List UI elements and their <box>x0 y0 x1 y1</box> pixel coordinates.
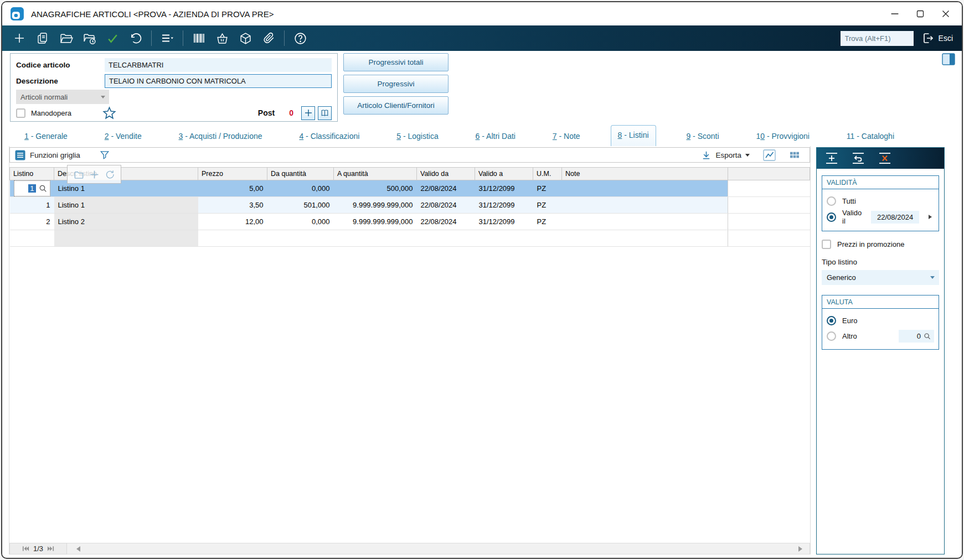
grid-view-icon[interactable] <box>789 151 800 159</box>
col-um[interactable]: U.M. <box>533 168 562 180</box>
manodopera-checkbox[interactable] <box>16 108 25 118</box>
delete-row-button[interactable] <box>873 150 897 167</box>
grid-functions-label[interactable]: Funzioni griglia <box>30 151 80 159</box>
listino-cell[interactable]: 1 <box>10 197 54 214</box>
open-button[interactable] <box>54 28 78 48</box>
scroll-left-icon[interactable] <box>74 546 80 552</box>
valuta-altro-option[interactable]: Altro 0 <box>827 328 934 344</box>
post-add-button[interactable] <box>301 106 315 120</box>
refresh-icon[interactable] <box>105 169 115 179</box>
prezzo-cell[interactable]: 3,50 <box>198 197 267 214</box>
descr-cell[interactable]: Listino 1 <box>54 197 198 214</box>
tab-vendite[interactable]: 2 - Vendite <box>98 127 148 146</box>
first-record-icon[interactable] <box>22 545 29 552</box>
col-prezzo[interactable]: Prezzo <box>198 168 267 180</box>
export-button[interactable]: Esporta <box>701 150 750 160</box>
progressivi-totali-button[interactable]: Progressivi totali <box>343 53 449 71</box>
search-input[interactable] <box>841 31 914 46</box>
insert-row-button[interactable] <box>819 150 844 167</box>
open-recent-button[interactable] <box>78 28 101 48</box>
da-quantita-cell[interactable]: 501,000 <box>267 197 334 214</box>
menu-button[interactable] <box>156 28 179 48</box>
note-cell[interactable] <box>562 197 728 214</box>
radio-valido-il[interactable] <box>827 212 836 222</box>
codice-articolo-field[interactable] <box>105 58 332 72</box>
tab-acquisti-produzione[interactable]: 3 - Acquisti / Produzione <box>172 127 269 146</box>
undo-button[interactable] <box>124 28 147 48</box>
col-valido-a[interactable]: Valido a <box>475 168 533 180</box>
tab-sconti[interactable]: 9 - Sconti <box>679 127 725 146</box>
a-quantita-cell[interactable]: 500,000 <box>334 180 417 197</box>
listino-cell-editor[interactable]: 1 <box>10 180 54 197</box>
valido-a-cell[interactable]: 31/12/2099 <box>475 197 533 214</box>
prezzo-cell[interactable]: 5,00 <box>198 180 267 197</box>
col-da-quantita[interactable]: Da quantità <box>267 168 334 180</box>
a-quantita-cell[interactable]: 9.999.999.999,000 <box>334 197 417 214</box>
valido-il-date-field[interactable]: 22/08/2024 <box>871 211 919 224</box>
note-cell[interactable] <box>562 214 728 230</box>
scroll-right-icon[interactable] <box>798 546 805 552</box>
panel-toggle-icon[interactable] <box>942 53 955 65</box>
search-icon[interactable] <box>924 333 931 340</box>
package-button[interactable] <box>234 28 257 48</box>
col-note[interactable]: Note <box>562 168 728 180</box>
tab-cataloghi[interactable]: 11 - Cataloghi <box>840 127 901 146</box>
open-folder-icon[interactable] <box>74 169 84 180</box>
progressivi-button[interactable]: Progressivi <box>343 75 449 93</box>
copy-button[interactable] <box>31 28 54 48</box>
promo-checkbox[interactable] <box>822 240 831 249</box>
basket-button[interactable] <box>210 28 234 48</box>
favorite-star-icon[interactable] <box>102 106 116 120</box>
date-next-icon[interactable] <box>929 215 934 219</box>
um-cell[interactable]: PZ <box>533 180 562 197</box>
horizontal-scrollbar[interactable] <box>67 543 810 554</box>
tab-generale[interactable]: 1 - Generale <box>18 127 74 146</box>
valuta-euro-option[interactable]: Euro <box>827 313 934 328</box>
descr-cell[interactable]: Listino 2 <box>54 214 198 230</box>
tab-altri-dati[interactable]: 6 - Altri Dati <box>469 127 522 146</box>
minimize-button[interactable] <box>882 4 908 23</box>
filter-icon[interactable] <box>99 149 110 160</box>
editor-value[interactable]: 1 <box>28 184 35 193</box>
radio-tutti[interactable] <box>827 196 836 206</box>
tab-listini[interactable]: 8 - Listini <box>611 125 656 146</box>
valido-a-cell[interactable]: 31/12/2099 <box>475 214 533 230</box>
table-row-selected[interactable]: 1 Listino 1 5,00 0,000 500,000 22/08/202… <box>10 180 810 197</box>
table-row[interactable]: 2 Listino 2 12,00 0,000 9.999.999.999,00… <box>10 214 810 230</box>
new-button[interactable] <box>8 28 31 48</box>
tipo-articolo-select[interactable]: Articoli normali <box>16 90 109 104</box>
articolo-clienti-fornitori-button[interactable]: Articolo Clienti/Fornitori <box>343 96 449 115</box>
valido-a-cell[interactable]: 31/12/2099 <box>475 180 533 197</box>
promo-option[interactable]: Prezzi in promozione <box>822 240 939 249</box>
radio-altro[interactable] <box>827 331 836 341</box>
validita-tutti-option[interactable]: Tutti <box>827 193 934 209</box>
radio-euro[interactable] <box>827 316 836 325</box>
descrizione-field[interactable] <box>105 74 332 88</box>
tab-classificazioni[interactable]: 4 - Classificazioni <box>292 127 366 146</box>
chart-icon[interactable] <box>763 149 776 161</box>
confirm-button[interactable] <box>101 28 124 48</box>
da-quantita-cell[interactable]: 0,000 <box>267 214 334 230</box>
attachment-button[interactable] <box>257 28 280 48</box>
col-a-quantita[interactable]: A quantità <box>334 168 417 180</box>
table-row[interactable]: 1 Listino 1 3,50 501,000 9.999.999.999,0… <box>10 197 810 214</box>
prezzo-cell[interactable]: 12,00 <box>198 214 267 230</box>
add-row-icon[interactable] <box>90 170 99 179</box>
col-listino[interactable]: Listino <box>10 168 54 180</box>
tab-logistica[interactable]: 5 - Logistica <box>390 127 445 146</box>
note-cell[interactable] <box>562 180 728 197</box>
search-icon[interactable] <box>39 184 47 193</box>
tab-provvigioni[interactable]: 10 - Provvigioni <box>749 127 816 146</box>
revert-row-button[interactable] <box>846 150 870 167</box>
validita-valido-il-option[interactable]: Valido il 22/08/2024 <box>827 209 934 225</box>
help-button[interactable] <box>288 28 312 48</box>
um-cell[interactable]: PZ <box>533 197 562 214</box>
exit-button[interactable]: Esci <box>921 32 953 45</box>
listino-cell[interactable]: 2 <box>10 214 54 230</box>
tab-note[interactable]: 7 - Note <box>546 127 587 146</box>
maximize-button[interactable] <box>908 4 933 23</box>
valido-da-cell[interactable]: 22/08/2024 <box>417 180 475 197</box>
close-button[interactable] <box>933 4 958 23</box>
last-record-icon[interactable] <box>47 545 54 552</box>
barcode-button[interactable] <box>187 28 210 48</box>
